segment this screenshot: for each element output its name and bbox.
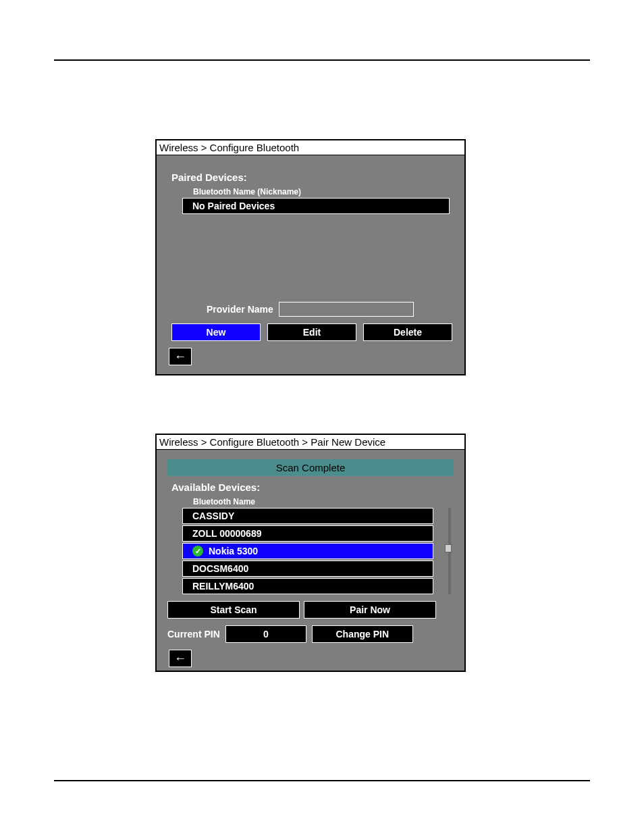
back-arrow-icon: ←	[174, 350, 186, 364]
breadcrumb: Wireless > Configure Bluetooth > Pair Ne…	[157, 435, 464, 450]
page-top-rule	[54, 59, 590, 61]
available-devices-column-header: Bluetooth Name	[193, 497, 452, 506]
provider-name-label: Provider Name	[207, 304, 273, 315]
back-button[interactable]: ←	[169, 348, 192, 365]
device-name: DOCSM6400	[192, 563, 248, 574]
page-bottom-rule	[54, 780, 590, 781]
back-button[interactable]: ←	[169, 650, 192, 667]
change-pin-button[interactable]: Change PIN	[312, 625, 413, 643]
pair-now-button[interactable]: Pair Now	[304, 601, 436, 619]
device-row[interactable]: ZOLL 00000689	[182, 525, 433, 542]
device-row[interactable]: REILLYM6400	[182, 578, 433, 594]
device-name: Nokia 5300	[209, 546, 258, 556]
paired-devices-column-header: Bluetooth Name (Nickname)	[193, 187, 452, 197]
no-paired-devices-text: No Paired Devices	[192, 201, 275, 211]
current-pin-label: Current PIN	[167, 625, 220, 643]
paired-devices-label: Paired Devices:	[171, 172, 452, 183]
device-row[interactable]: ✓Nokia 5300	[182, 543, 433, 559]
check-icon: ✓	[192, 546, 203, 556]
available-devices-label: Available Devices:	[171, 481, 452, 493]
scrollbar-track[interactable]	[448, 508, 451, 594]
scrollbar-thumb[interactable]	[445, 544, 452, 552]
delete-button[interactable]: Delete	[363, 323, 452, 341]
device-name: ZOLL 00000689	[192, 528, 261, 539]
configure-bluetooth-panel: Wireless > Configure Bluetooth Paired De…	[155, 139, 466, 375]
current-pin-value: 0	[225, 625, 306, 643]
device-row[interactable]: CASSIDY	[182, 508, 433, 524]
start-scan-button[interactable]: Start Scan	[167, 601, 300, 619]
edit-button[interactable]: Edit	[267, 323, 356, 341]
new-button[interactable]: New	[171, 323, 261, 341]
breadcrumb: Wireless > Configure Bluetooth	[157, 140, 464, 155]
device-name: REILLYM6400	[192, 581, 254, 592]
device-row[interactable]: DOCSM6400	[182, 561, 433, 577]
available-devices-list: CASSIDYZOLL 00000689✓Nokia 5300DOCSM6400…	[169, 508, 436, 594]
pair-new-device-panel: Wireless > Configure Bluetooth > Pair Ne…	[155, 434, 466, 672]
paired-devices-empty-row: No Paired Devices	[182, 198, 450, 214]
device-name: CASSIDY	[192, 511, 234, 521]
back-arrow-icon: ←	[174, 652, 186, 666]
scan-status-bar: Scan Complete	[167, 459, 454, 476]
provider-name-input[interactable]	[279, 302, 414, 317]
